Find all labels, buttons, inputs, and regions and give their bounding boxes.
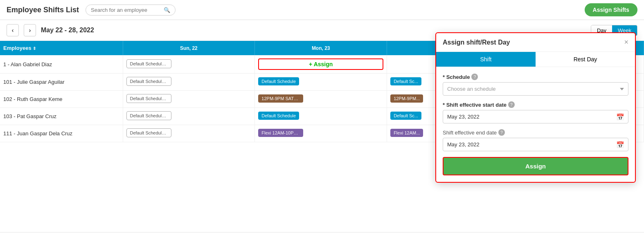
rest-day-tab[interactable]: Rest Day (536, 52, 635, 67)
day-header-sun: Sun, 22 (123, 41, 255, 55)
schedule-form-group: * Schedule ? Choose an schedule (443, 74, 628, 96)
assign-shift-modal: Assign shift/Rest Day × Shift Rest Day *… (435, 32, 636, 183)
schedule-label: * Schedule ? (443, 74, 628, 80)
modal-header: Assign shift/Rest Day × (436, 33, 635, 52)
shift-badge[interactable]: 12PM-9PM SATS... (258, 94, 303, 103)
modal-tabs: Shift Rest Day (436, 52, 635, 67)
shift-badge[interactable]: Default Schedule (258, 112, 299, 120)
modal-close-button[interactable]: × (624, 38, 628, 47)
shift-end-date-input[interactable] (443, 138, 628, 151)
shift-cell[interactable]: Default Schedule... (123, 74, 255, 91)
search-box[interactable]: 🔍 (86, 4, 176, 16)
shift-cell[interactable]: Default Schedule... (123, 108, 255, 125)
shift-badge[interactable]: Flexi 12AM... (390, 129, 423, 137)
shift-cell-mon[interactable]: Default Schedule (255, 108, 387, 125)
next-button[interactable]: › (24, 24, 36, 36)
shift-cell-mon[interactable]: Flexi 12AM-10PM... (255, 125, 387, 142)
shift-cell-mon[interactable]: Default Schedule (255, 74, 387, 91)
schedule-help-icon[interactable]: ? (471, 74, 478, 80)
shift-cell-assign[interactable]: + Assign (255, 55, 387, 74)
shift-badge[interactable]: Default Schedule... (126, 111, 171, 120)
employee-name-cell: 103 - Pat Gaspar Cruz (0, 108, 123, 125)
shift-start-label: * Shift effective start date ? (443, 101, 628, 108)
employee-name-cell: 101 - Julie Gaspar Aguilar (0, 74, 123, 91)
employees-column-header: Employees ⇕ (0, 41, 123, 55)
assign-button[interactable]: Assign (443, 157, 628, 175)
shift-cell[interactable]: Default Schedule... (123, 125, 255, 142)
employee-name-cell: 102 - Ruth Gaspar Keme (0, 91, 123, 108)
shift-badge[interactable]: Flexi 12AM-10PM... (258, 129, 303, 137)
day-header-mon: Mon, 23 (255, 41, 387, 55)
main-content: ‹ › May 22 - 28, 2022 Day Week Employees… (0, 20, 644, 232)
shift-end-help-icon[interactable]: ? (498, 129, 505, 136)
shift-start-form-group: * Shift effective start date ? 📅 (443, 101, 628, 123)
shift-badge[interactable]: 12PM-9PM... (390, 94, 423, 103)
shift-end-date-wrapper: 📅 (443, 138, 628, 151)
calendar-icon-start[interactable]: 📅 (616, 113, 624, 121)
shift-badge[interactable]: Default Schedule... (126, 59, 171, 68)
schedule-select[interactable]: Choose an schedule (443, 82, 628, 96)
shift-badge[interactable]: Default Schedule... (126, 94, 171, 103)
page-header: Employee Shifts List 🔍 Assign Shifts (0, 0, 644, 20)
shift-end-form-group: Shift effective end date ? 📅 (443, 129, 628, 151)
shift-badge[interactable]: Default Schedule... (126, 77, 171, 86)
assign-shifts-button[interactable]: Assign Shifts (585, 3, 637, 16)
sort-icon[interactable]: ⇕ (33, 46, 36, 51)
shift-badge[interactable]: Default Schedule... (126, 128, 171, 137)
shift-cell-mon[interactable]: 12PM-9PM SATS... (255, 91, 387, 108)
shift-start-date-input[interactable] (443, 110, 628, 123)
employee-name-cell: 1 - Alan Gabriel Diaz (0, 55, 123, 74)
shift-badge[interactable]: Default Schedule (258, 77, 299, 85)
page-title: Employee Shifts List (7, 6, 79, 14)
search-input[interactable] (91, 7, 161, 13)
calendar-icon-end[interactable]: 📅 (616, 141, 624, 148)
shift-cell[interactable]: Default Schedule... (123, 55, 255, 74)
shift-badge[interactable]: Default Sc... (390, 112, 421, 120)
shift-cell[interactable]: Default Schedule... (123, 91, 255, 108)
search-icon: 🔍 (164, 7, 170, 13)
modal-body: * Schedule ? Choose an schedule * Shift … (436, 67, 635, 182)
shift-end-label: Shift effective end date ? (443, 129, 628, 136)
employee-name-cell: 111 - Juan Gaspar Dela Cruz (0, 125, 123, 142)
date-range: May 22 - 28, 2022 (41, 27, 94, 34)
assign-cell[interactable]: + Assign (258, 58, 383, 70)
shift-tab[interactable]: Shift (436, 52, 536, 67)
prev-button[interactable]: ‹ (7, 24, 19, 36)
shift-start-help-icon[interactable]: ? (508, 101, 515, 108)
shift-start-date-wrapper: 📅 (443, 110, 628, 123)
shift-badge[interactable]: Default Sc... (390, 77, 421, 85)
modal-title: Assign shift/Rest Day (443, 39, 510, 46)
